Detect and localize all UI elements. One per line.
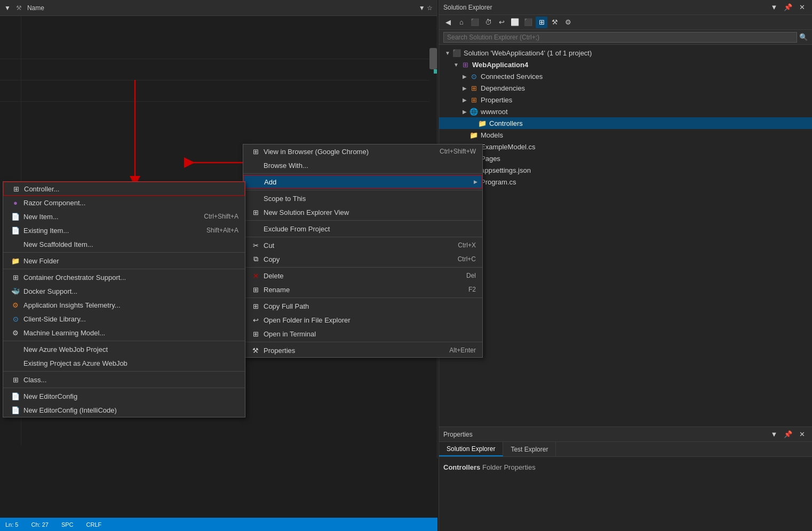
se-prop-btn[interactable]: ⬛ [469,17,481,28]
controller-menu-item[interactable]: ⊞ Controller... [3,182,245,196]
test-explorer-tab[interactable]: Test Explorer [503,442,556,456]
razor-component-label: Razor Component... [23,199,238,207]
tree-example-model[interactable]: C# ExampleModel.cs [439,141,812,152]
copy-menu-item[interactable]: ⧉ Copy Ctrl+C [243,252,482,266]
view-in-browser-menu-item[interactable]: ⊞ View in Browser (Google Chrome) Ctrl+S… [243,144,482,158]
tree-dependencies[interactable]: ▶ ⊞ Dependencies [439,82,812,94]
editor-status-bar: Ln: 5 Ch: 27 SPC CRLF [0,518,437,531]
cut-shortcut: Ctrl+X [458,242,476,249]
se-clock-btn[interactable]: ⏱ [482,17,494,28]
solution-explorer-tab-label: Solution Explorer [447,445,495,453]
open-folder-menu-item[interactable]: ↩ Open Folder in File Explorer [243,313,482,327]
editor-right-controls[interactable]: ▼ ☆ [419,4,433,12]
solution-label: Solution 'WebApplication4' (1 of 1 proje… [464,49,592,57]
separator-before-path [243,297,482,298]
se-layout-btn[interactable]: ⬛ [522,17,534,28]
open-folder-icon: ↩ [250,316,261,324]
new-azure-webjob-menu-item[interactable]: New Azure WebJob Project [3,342,245,356]
se-close-btn[interactable]: ✕ [796,2,808,13]
new-editor-config-menu-item[interactable]: 📄 New EditorConfig [3,389,245,403]
new-editor-config-intellicode-menu-item[interactable]: 📄 New EditorConfig (IntelliCode) [3,403,245,417]
tree-project[interactable]: ▼ ⊞ WebApplication4 [439,59,812,70]
delete-menu-item[interactable]: ✕ Delete Del [243,269,482,283]
class-label: Class... [23,376,238,384]
new-item-menu-item[interactable]: 📄 New Item... Ctrl+Shift+A [3,210,245,223]
solution-explorer-tab[interactable]: Solution Explorer [439,442,503,456]
add-submenu: ⊞ Controller... ● Razor Component... 📄 N… [3,181,245,417]
properties-menu-item[interactable]: ⚒ Properties Alt+Enter [243,343,482,357]
se-dropdown-btn[interactable]: ▼ [768,2,780,13]
se-toolbar: ◀ ⌂ ⬛ ⏱ ↩ ⬜ ⬛ ⊞ ⚒ ⚙ [439,15,812,30]
exclude-from-project-label: Exclude From Project [264,225,476,233]
folder-icon: 📁 [10,257,21,265]
se-window-btn[interactable]: ⬜ [509,17,521,28]
separator-1 [3,252,245,253]
status-spc: SPC [61,521,74,528]
se-search-input[interactable] [443,32,797,43]
new-folder-menu-item[interactable]: 📁 New Folder [3,254,245,268]
docker-support-menu-item[interactable]: 🐳 Docker Support... [3,284,245,298]
cut-menu-item[interactable]: ✂ Cut Ctrl+X [243,238,482,252]
existing-item-shortcut: Shift+Alt+A [206,227,238,234]
connected-services-icon: ⊙ [469,73,479,81]
editor-dropdown[interactable]: ▼ [4,4,11,12]
se-pin-btn[interactable]: 📌 [782,2,794,13]
separator-before-props [243,342,482,342]
solution-view-icon: ⊞ [250,208,261,216]
tree-appsettings[interactable]: { } appsettings.json [439,164,812,176]
props-pin-btn[interactable]: 📌 [782,429,794,440]
browser-icon: ⊞ [250,148,261,156]
tree-solution[interactable]: ▼ ⬛ Solution 'WebApplication4' (1 of 1 p… [439,47,812,59]
se-back-btn[interactable]: ◀ [442,17,454,28]
expand-project-icon: ▼ [452,62,460,68]
tree-controllers[interactable]: 📁 Controllers [439,117,812,129]
browse-with-label: Browse With... [264,162,476,170]
add-menu-item[interactable]: Add [243,175,482,189]
separator-before-delete [243,267,482,268]
tree-models[interactable]: 📁 Models [439,129,812,141]
new-scaffolded-menu-item[interactable]: New Scaffolded Item... [3,237,245,251]
app-insights-menu-item[interactable]: ⚙ Application Insights Telemetry... [3,298,245,312]
models-label: Models [481,131,503,139]
razor-icon: ● [10,199,21,207]
docker-support-label: Docker Support... [23,287,238,295]
delete-icon: ✕ [250,272,261,280]
terminal-icon: ⊞ [250,330,261,338]
razor-component-menu-item[interactable]: ● Razor Component... [3,196,245,210]
exclude-from-project-menu-item[interactable]: Exclude From Project [243,222,482,236]
new-solution-view-menu-item[interactable]: ⊞ New Solution Explorer View [243,205,482,219]
client-side-lib-menu-item[interactable]: ⊙ Client-Side Library... [3,312,245,326]
tree-pages[interactable]: 📁 Pages [439,152,812,164]
open-terminal-menu-item[interactable]: ⊞ Open in Terminal [243,327,482,341]
se-home-btn[interactable]: ⌂ [456,17,467,28]
example-model-label: ExampleModel.cs [481,143,536,151]
tree-connected-services[interactable]: ▶ ⊙ Connected Services [439,70,812,82]
props-close-btn[interactable]: ✕ [796,429,808,440]
properties-title-controls: ▼ 📌 ✕ [768,429,808,440]
separator-5 [3,388,245,388]
se-settings-btn[interactable]: ⚙ [562,17,574,28]
browse-with-menu-item[interactable]: Browse With... [243,158,482,172]
scope-to-this-menu-item[interactable]: Scope to This [243,191,482,205]
container-orchestrator-menu-item[interactable]: ⊞ Container Orchestrator Support... [3,270,245,284]
machine-learning-menu-item[interactable]: ⚙ Machine Learning Model... [3,326,245,340]
se-undo-btn[interactable]: ↩ [496,17,507,28]
rename-menu-item[interactable]: ⊞ Rename F2 [243,283,482,296]
se-filter-btn[interactable]: ⊞ [536,17,547,28]
dependencies-label: Dependencies [481,84,525,92]
se-tools-btn[interactable]: ⚒ [549,17,561,28]
solution-explorer-title: Solution Explorer [443,4,492,11]
copy-full-path-menu-item[interactable]: ⊞ Copy Full Path [243,299,482,313]
copy-label: Copy [264,255,447,263]
tree-program[interactable]: *C# Program.cs [439,176,812,188]
rename-icon: ⊞ [250,286,261,294]
props-dropdown-btn[interactable]: ▼ [768,429,780,440]
existing-item-menu-item[interactable]: 📄 Existing Item... Shift+Alt+A [3,223,245,237]
project-label: WebApplication4 [472,61,528,69]
tree-wwwroot[interactable]: ▶ 🌐 wwwroot [439,106,812,117]
class-menu-item[interactable]: ⊞ Class... [3,373,245,387]
existing-project-webjob-menu-item[interactable]: Existing Project as Azure WebJob [3,356,245,370]
properties-folder-label: Properties [481,96,512,104]
tree-properties[interactable]: ▶ ⊞ Properties [439,94,812,106]
properties-shortcut: Alt+Enter [449,347,476,354]
